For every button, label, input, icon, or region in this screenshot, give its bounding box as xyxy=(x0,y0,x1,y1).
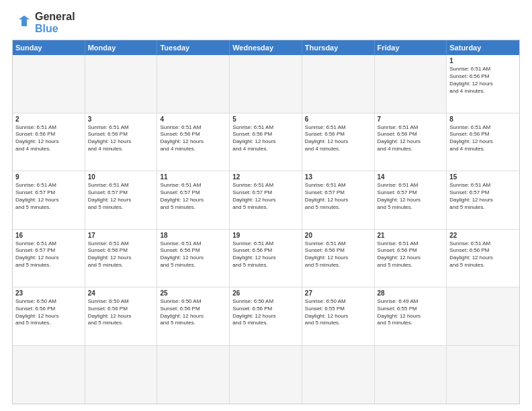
day-info: Sunrise: 6:51 AM Sunset: 6:57 PM Dayligh… xyxy=(449,182,517,211)
calendar-cell: 13Sunrise: 6:51 AM Sunset: 6:57 PM Dayli… xyxy=(302,171,375,228)
logo-text-general: General xyxy=(35,11,75,23)
day-number: 20 xyxy=(305,232,371,239)
day-info: Sunrise: 6:51 AM Sunset: 6:56 PM Dayligh… xyxy=(88,124,154,153)
day-number: 1 xyxy=(449,57,517,64)
day-info: Sunrise: 6:50 AM Sunset: 6:56 PM Dayligh… xyxy=(15,298,82,327)
calendar-cell xyxy=(85,346,158,404)
day-info: Sunrise: 6:51 AM Sunset: 6:56 PM Dayligh… xyxy=(305,240,371,269)
calendar-cell: 9Sunrise: 6:51 AM Sunset: 6:57 PM Daylig… xyxy=(13,171,85,228)
day-number: 14 xyxy=(378,173,444,181)
calendar-cell xyxy=(157,346,230,404)
calendar-cell: 1Sunrise: 6:51 AM Sunset: 6:56 PM Daylig… xyxy=(447,55,519,112)
day-info: Sunrise: 6:51 AM Sunset: 6:56 PM Dayligh… xyxy=(232,124,299,153)
day-info: Sunrise: 6:51 AM Sunset: 6:56 PM Dayligh… xyxy=(449,66,517,95)
calendar-cell xyxy=(13,55,85,112)
day-number: 11 xyxy=(160,173,226,181)
calendar-row: 16Sunrise: 6:51 AM Sunset: 6:57 PM Dayli… xyxy=(13,230,519,287)
calendar-cell xyxy=(302,346,375,404)
calendar-cell: 19Sunrise: 6:51 AM Sunset: 6:56 PM Dayli… xyxy=(230,230,302,287)
calendar-cell: 7Sunrise: 6:51 AM Sunset: 6:56 PM Daylig… xyxy=(375,113,447,171)
day-number: 22 xyxy=(449,232,517,239)
calendar-header: SundayMondayTuesdayWednesdayThursdayFrid… xyxy=(13,40,519,55)
header-day-thursday: Thursday xyxy=(302,40,375,55)
calendar-cell: 5Sunrise: 6:51 AM Sunset: 6:56 PM Daylig… xyxy=(230,113,302,171)
day-number: 7 xyxy=(378,116,444,123)
day-info: Sunrise: 6:51 AM Sunset: 6:57 PM Dayligh… xyxy=(305,182,371,211)
day-number: 2 xyxy=(15,116,82,123)
day-info: Sunrise: 6:51 AM Sunset: 6:56 PM Dayligh… xyxy=(449,124,517,153)
calendar-cell xyxy=(447,287,519,345)
calendar-row: 2Sunrise: 6:51 AM Sunset: 6:56 PM Daylig… xyxy=(13,113,519,171)
day-number: 12 xyxy=(232,173,299,181)
day-info: Sunrise: 6:51 AM Sunset: 6:56 PM Dayligh… xyxy=(160,124,226,153)
day-info: Sunrise: 6:50 AM Sunset: 6:56 PM Dayligh… xyxy=(88,298,154,327)
calendar-row: 9Sunrise: 6:51 AM Sunset: 6:57 PM Daylig… xyxy=(13,171,519,229)
calendar-row xyxy=(13,346,519,404)
calendar-cell xyxy=(157,55,230,112)
calendar-cell: 10Sunrise: 6:51 AM Sunset: 6:57 PM Dayli… xyxy=(85,171,158,228)
day-number: 13 xyxy=(305,173,371,181)
calendar-cell: 17Sunrise: 6:51 AM Sunset: 6:56 PM Dayli… xyxy=(85,230,158,287)
day-info: Sunrise: 6:51 AM Sunset: 6:56 PM Dayligh… xyxy=(88,240,154,269)
calendar-row: 1Sunrise: 6:51 AM Sunset: 6:56 PM Daylig… xyxy=(13,55,519,113)
header-day-saturday: Saturday xyxy=(447,40,519,55)
day-info: Sunrise: 6:51 AM Sunset: 6:56 PM Dayligh… xyxy=(378,124,444,153)
day-info: Sunrise: 6:50 AM Sunset: 6:56 PM Dayligh… xyxy=(232,298,299,327)
logo-bird-icon xyxy=(12,13,32,33)
calendar-cell: 6Sunrise: 6:51 AM Sunset: 6:56 PM Daylig… xyxy=(302,113,375,171)
day-number: 16 xyxy=(15,232,82,239)
calendar-cell: 11Sunrise: 6:51 AM Sunset: 6:57 PM Dayli… xyxy=(157,171,230,228)
header-day-friday: Friday xyxy=(375,40,447,55)
calendar: SundayMondayTuesdayWednesdayThursdayFrid… xyxy=(12,40,520,404)
calendar-cell: 14Sunrise: 6:51 AM Sunset: 6:57 PM Dayli… xyxy=(375,171,447,228)
header-day-wednesday: Wednesday xyxy=(230,40,302,55)
day-info: Sunrise: 6:51 AM Sunset: 6:57 PM Dayligh… xyxy=(160,182,226,211)
calendar-cell: 25Sunrise: 6:50 AM Sunset: 6:56 PM Dayli… xyxy=(157,287,230,345)
day-info: Sunrise: 6:51 AM Sunset: 6:57 PM Dayligh… xyxy=(88,182,154,211)
calendar-cell xyxy=(447,346,519,404)
calendar-row: 23Sunrise: 6:50 AM Sunset: 6:56 PM Dayli… xyxy=(13,287,519,345)
day-number: 21 xyxy=(378,232,444,239)
day-info: Sunrise: 6:51 AM Sunset: 6:56 PM Dayligh… xyxy=(305,124,371,153)
day-number: 6 xyxy=(305,116,371,123)
calendar-cell: 20Sunrise: 6:51 AM Sunset: 6:56 PM Dayli… xyxy=(302,230,375,287)
day-number: 24 xyxy=(88,289,154,297)
header-day-monday: Monday xyxy=(85,40,158,55)
day-info: Sunrise: 6:51 AM Sunset: 6:56 PM Dayligh… xyxy=(378,240,444,269)
calendar-cell xyxy=(375,55,447,112)
calendar-cell xyxy=(375,346,447,404)
day-info: Sunrise: 6:51 AM Sunset: 6:57 PM Dayligh… xyxy=(15,240,82,269)
day-info: Sunrise: 6:51 AM Sunset: 6:56 PM Dayligh… xyxy=(160,240,226,269)
logo-text-blue: Blue xyxy=(35,23,75,35)
calendar-cell xyxy=(85,55,158,112)
day-number: 28 xyxy=(378,289,444,297)
day-number: 19 xyxy=(232,232,299,239)
calendar-cell xyxy=(230,346,302,404)
calendar-cell: 27Sunrise: 6:50 AM Sunset: 6:55 PM Dayli… xyxy=(302,287,375,345)
calendar-cell: 4Sunrise: 6:51 AM Sunset: 6:56 PM Daylig… xyxy=(157,113,230,171)
day-number: 27 xyxy=(305,289,371,297)
day-number: 9 xyxy=(15,173,82,181)
day-number: 8 xyxy=(449,116,517,123)
day-number: 5 xyxy=(232,116,299,123)
day-info: Sunrise: 6:51 AM Sunset: 6:56 PM Dayligh… xyxy=(15,124,82,153)
day-info: Sunrise: 6:50 AM Sunset: 6:55 PM Dayligh… xyxy=(305,298,371,327)
calendar-cell: 12Sunrise: 6:51 AM Sunset: 6:57 PM Dayli… xyxy=(230,171,302,228)
day-info: Sunrise: 6:51 AM Sunset: 6:57 PM Dayligh… xyxy=(15,182,82,211)
calendar-cell: 8Sunrise: 6:51 AM Sunset: 6:56 PM Daylig… xyxy=(447,113,519,171)
day-info: Sunrise: 6:51 AM Sunset: 6:57 PM Dayligh… xyxy=(378,182,444,211)
calendar-cell: 22Sunrise: 6:51 AM Sunset: 6:56 PM Dayli… xyxy=(447,230,519,287)
logo: General Blue xyxy=(12,11,75,34)
calendar-cell: 23Sunrise: 6:50 AM Sunset: 6:56 PM Dayli… xyxy=(13,287,85,345)
header-day-sunday: Sunday xyxy=(13,40,85,55)
day-number: 15 xyxy=(449,173,517,181)
calendar-cell xyxy=(13,346,85,404)
day-info: Sunrise: 6:49 AM Sunset: 6:55 PM Dayligh… xyxy=(378,298,444,327)
calendar-cell: 3Sunrise: 6:51 AM Sunset: 6:56 PM Daylig… xyxy=(85,113,158,171)
calendar-body: 1Sunrise: 6:51 AM Sunset: 6:56 PM Daylig… xyxy=(13,55,519,404)
calendar-cell: 16Sunrise: 6:51 AM Sunset: 6:57 PM Dayli… xyxy=(13,230,85,287)
day-info: Sunrise: 6:51 AM Sunset: 6:56 PM Dayligh… xyxy=(232,240,299,269)
calendar-cell: 15Sunrise: 6:51 AM Sunset: 6:57 PM Dayli… xyxy=(447,171,519,228)
day-info: Sunrise: 6:50 AM Sunset: 6:56 PM Dayligh… xyxy=(160,298,226,327)
day-number: 25 xyxy=(160,289,226,297)
